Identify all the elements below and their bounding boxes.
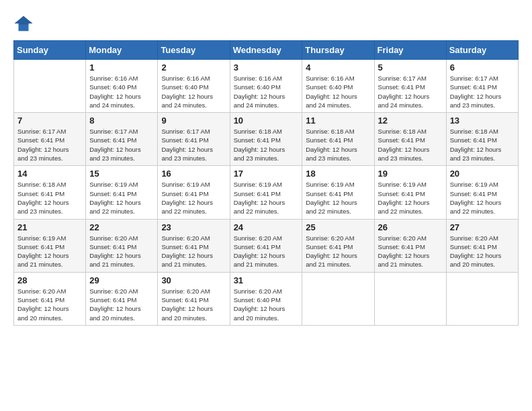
calendar-cell: 28Sunrise: 6:20 AM Sunset: 6:41 PM Dayli… [14,272,86,325]
day-of-week-header: Friday [374,41,446,60]
calendar-cell: 20Sunrise: 6:19 AM Sunset: 6:41 PM Dayli… [446,166,518,219]
calendar-cell [14,60,86,113]
day-number: 28 [17,275,82,285]
day-info: Sunrise: 6:16 AM Sunset: 6:40 PM Dayligh… [234,74,299,109]
calendar-cell: 14Sunrise: 6:18 AM Sunset: 6:41 PM Dayli… [14,166,86,219]
day-info: Sunrise: 6:17 AM Sunset: 6:41 PM Dayligh… [450,74,515,109]
svg-marker-1 [15,16,33,25]
day-number: 4 [306,62,370,73]
day-info: Sunrise: 6:20 AM Sunset: 6:41 PM Dayligh… [378,234,443,269]
day-info: Sunrise: 6:19 AM Sunset: 6:41 PM Dayligh… [161,180,226,216]
calendar-cell [374,272,446,325]
calendar-cell: 25Sunrise: 6:20 AM Sunset: 6:41 PM Dayli… [302,219,374,272]
day-info: Sunrise: 6:17 AM Sunset: 6:41 PM Dayligh… [161,127,226,163]
calendar-cell: 8Sunrise: 6:17 AM Sunset: 6:41 PM Daylig… [86,113,158,166]
day-number: 25 [306,222,370,232]
day-number: 15 [89,169,154,179]
day-info: Sunrise: 6:19 AM Sunset: 6:41 PM Dayligh… [306,180,370,216]
day-info: Sunrise: 6:18 AM Sunset: 6:41 PM Dayligh… [450,127,515,163]
page-header [13,13,519,34]
calendar-cell: 19Sunrise: 6:19 AM Sunset: 6:41 PM Dayli… [374,166,446,219]
day-info: Sunrise: 6:20 AM Sunset: 6:41 PM Dayligh… [234,234,299,269]
day-number: 19 [378,169,443,179]
calendar-week-row: 14Sunrise: 6:18 AM Sunset: 6:41 PM Dayli… [14,166,519,219]
calendar-week-row: 21Sunrise: 6:19 AM Sunset: 6:41 PM Dayli… [14,219,519,272]
calendar-cell: 24Sunrise: 6:20 AM Sunset: 6:41 PM Dayli… [230,219,302,272]
day-number: 2 [161,62,226,73]
day-of-week-header: Wednesday [230,41,302,60]
calendar-cell: 4Sunrise: 6:16 AM Sunset: 6:40 PM Daylig… [302,60,374,113]
calendar-cell: 22Sunrise: 6:20 AM Sunset: 6:41 PM Dayli… [86,219,158,272]
calendar-cell: 1Sunrise: 6:16 AM Sunset: 6:40 PM Daylig… [86,60,158,113]
day-number: 20 [450,169,515,179]
calendar-cell [302,272,374,325]
day-info: Sunrise: 6:19 AM Sunset: 6:41 PM Dayligh… [89,180,154,216]
calendar-cell: 12Sunrise: 6:18 AM Sunset: 6:41 PM Dayli… [374,113,446,166]
day-info: Sunrise: 6:16 AM Sunset: 6:40 PM Dayligh… [89,74,154,109]
calendar-cell: 27Sunrise: 6:20 AM Sunset: 6:41 PM Dayli… [446,219,518,272]
calendar-week-row: 7Sunrise: 6:17 AM Sunset: 6:41 PM Daylig… [14,113,519,166]
day-info: Sunrise: 6:19 AM Sunset: 6:41 PM Dayligh… [234,180,299,216]
day-info: Sunrise: 6:20 AM Sunset: 6:40 PM Dayligh… [234,287,299,322]
day-info: Sunrise: 6:20 AM Sunset: 6:41 PM Dayligh… [161,234,226,269]
day-info: Sunrise: 6:19 AM Sunset: 6:41 PM Dayligh… [450,180,515,216]
day-number: 29 [89,275,154,285]
calendar-cell: 31Sunrise: 6:20 AM Sunset: 6:40 PM Dayli… [230,272,302,325]
calendar-cell: 13Sunrise: 6:18 AM Sunset: 6:41 PM Dayli… [446,113,518,166]
day-info: Sunrise: 6:20 AM Sunset: 6:41 PM Dayligh… [161,287,226,322]
day-number: 6 [450,62,515,73]
day-info: Sunrise: 6:16 AM Sunset: 6:40 PM Dayligh… [161,74,226,109]
calendar-cell: 29Sunrise: 6:20 AM Sunset: 6:41 PM Dayli… [86,272,158,325]
calendar-cell: 30Sunrise: 6:20 AM Sunset: 6:41 PM Dayli… [158,272,230,325]
calendar-cell: 5Sunrise: 6:17 AM Sunset: 6:41 PM Daylig… [374,60,446,113]
day-number: 14 [17,169,82,179]
day-number: 30 [161,275,226,285]
day-info: Sunrise: 6:20 AM Sunset: 6:41 PM Dayligh… [450,234,515,269]
calendar-header-row: SundayMondayTuesdayWednesdayThursdayFrid… [14,41,519,60]
calendar-cell: 21Sunrise: 6:19 AM Sunset: 6:41 PM Dayli… [14,219,86,272]
day-info: Sunrise: 6:17 AM Sunset: 6:41 PM Dayligh… [378,74,443,109]
day-info: Sunrise: 6:19 AM Sunset: 6:41 PM Dayligh… [17,234,82,269]
day-number: 23 [161,222,226,232]
day-info: Sunrise: 6:20 AM Sunset: 6:41 PM Dayligh… [89,287,154,322]
calendar-cell: 26Sunrise: 6:20 AM Sunset: 6:41 PM Dayli… [374,219,446,272]
day-of-week-header: Tuesday [158,41,230,60]
calendar-cell: 9Sunrise: 6:17 AM Sunset: 6:41 PM Daylig… [158,113,230,166]
day-of-week-header: Thursday [302,41,374,60]
day-number: 31 [234,275,299,285]
day-info: Sunrise: 6:17 AM Sunset: 6:41 PM Dayligh… [17,127,82,163]
day-of-week-header: Monday [86,41,158,60]
day-info: Sunrise: 6:20 AM Sunset: 6:41 PM Dayligh… [17,287,82,322]
calendar-cell: 6Sunrise: 6:17 AM Sunset: 6:41 PM Daylig… [446,60,518,113]
day-number: 22 [89,222,154,232]
calendar-cell: 11Sunrise: 6:18 AM Sunset: 6:41 PM Dayli… [302,113,374,166]
calendar-cell [446,272,518,325]
day-number: 9 [161,116,226,126]
day-info: Sunrise: 6:18 AM Sunset: 6:41 PM Dayligh… [17,180,82,216]
day-number: 21 [17,222,82,232]
calendar-cell: 15Sunrise: 6:19 AM Sunset: 6:41 PM Dayli… [86,166,158,219]
day-info: Sunrise: 6:18 AM Sunset: 6:41 PM Dayligh… [306,127,370,163]
day-info: Sunrise: 6:20 AM Sunset: 6:41 PM Dayligh… [89,234,154,269]
day-number: 18 [306,169,370,179]
calendar-cell: 18Sunrise: 6:19 AM Sunset: 6:41 PM Dayli… [302,166,374,219]
calendar-cell: 2Sunrise: 6:16 AM Sunset: 6:40 PM Daylig… [158,60,230,113]
day-number: 24 [234,222,299,232]
day-info: Sunrise: 6:19 AM Sunset: 6:41 PM Dayligh… [378,180,443,216]
logo [13,13,36,34]
logo-icon [13,13,34,34]
calendar-cell: 7Sunrise: 6:17 AM Sunset: 6:41 PM Daylig… [14,113,86,166]
calendar-table: SundayMondayTuesdayWednesdayThursdayFrid… [13,40,519,326]
day-number: 5 [378,62,443,73]
day-number: 1 [89,62,154,73]
day-info: Sunrise: 6:18 AM Sunset: 6:41 PM Dayligh… [234,127,299,163]
calendar-week-row: 1Sunrise: 6:16 AM Sunset: 6:40 PM Daylig… [14,60,519,113]
calendar-cell: 10Sunrise: 6:18 AM Sunset: 6:41 PM Dayli… [230,113,302,166]
calendar-cell: 3Sunrise: 6:16 AM Sunset: 6:40 PM Daylig… [230,60,302,113]
day-number: 10 [234,116,299,126]
day-number: 27 [450,222,515,232]
day-number: 8 [89,116,154,126]
day-of-week-header: Sunday [14,41,86,60]
calendar-cell: 17Sunrise: 6:19 AM Sunset: 6:41 PM Dayli… [230,166,302,219]
calendar-cell: 16Sunrise: 6:19 AM Sunset: 6:41 PM Dayli… [158,166,230,219]
